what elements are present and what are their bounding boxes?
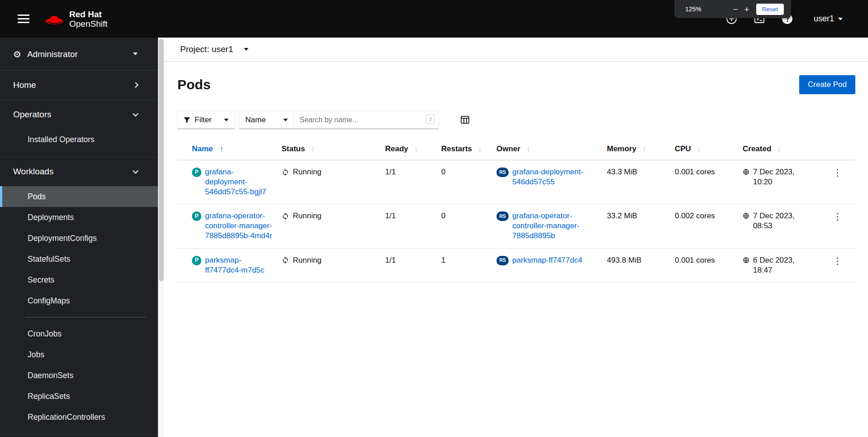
cpu-cell: 0.001 cores xyxy=(675,248,743,282)
column-header-cpu[interactable]: CPU ↕ xyxy=(675,138,743,160)
user-name: user1 xyxy=(814,14,834,24)
globe-icon xyxy=(743,168,749,175)
kebab-menu-icon[interactable]: ⋮ xyxy=(829,209,847,224)
nav-section-operators: Operators Installed Operators xyxy=(0,100,158,157)
cpu-cell: 0.002 cores xyxy=(675,204,743,248)
hamburger-menu-icon[interactable] xyxy=(15,12,32,26)
pod-link[interactable]: grafana-operator-controller-manager-7885… xyxy=(205,211,274,241)
chevron-down-icon xyxy=(838,18,843,20)
owner-link[interactable]: parksmap-ff7477dc4 xyxy=(512,255,600,265)
sidebar-item-daemonsets[interactable]: DaemonSets xyxy=(0,365,158,386)
memory-cell: 43.3 MiB xyxy=(607,160,675,204)
sidebar-item-deploymentconfigs[interactable]: DeploymentConfigs xyxy=(0,228,158,249)
column-header-ready[interactable]: Ready ↕ xyxy=(385,138,441,160)
ready-cell: 1/1 xyxy=(385,160,441,204)
nav-section-workloads: Workloads Pods Deployments DeploymentCon… xyxy=(0,157,158,435)
restarts-cell: 1 xyxy=(441,248,496,282)
status-text: Running xyxy=(293,211,321,221)
sidebar-item-jobs[interactable]: Jobs xyxy=(0,344,158,365)
sidebar-item-deployments[interactable]: Deployments xyxy=(0,207,158,228)
column-header-owner[interactable]: Owner ↕ xyxy=(496,138,607,160)
chevron-down-icon xyxy=(133,168,138,174)
replicaset-badge: RS xyxy=(496,168,509,177)
nav-divider xyxy=(25,317,146,317)
zoom-reset-button[interactable]: Reset xyxy=(756,4,784,15)
sidebar-item-statefulsets[interactable]: StatefulSets xyxy=(0,249,158,269)
sidebar-item-pods[interactable]: Pods xyxy=(0,186,158,207)
globe-icon xyxy=(743,212,749,219)
sidebar-scrollbar[interactable] xyxy=(158,38,164,437)
sidebar-item-operators[interactable]: Operators xyxy=(0,100,158,129)
sort-icon: ↕ xyxy=(415,145,418,153)
status-text: Running xyxy=(293,167,321,177)
chevron-down-icon xyxy=(133,111,138,117)
column-header-name[interactable]: Name ↑ xyxy=(177,138,281,160)
pod-link[interactable]: grafana-deployment-546dd57c55-bgjl7 xyxy=(205,167,274,197)
column-header-memory[interactable]: Memory ↕ xyxy=(607,138,675,160)
gear-icon: ⚙ xyxy=(13,49,21,60)
create-pod-button[interactable]: Create Pod xyxy=(799,75,855,94)
page-header: Pods Create Pod xyxy=(164,62,868,98)
pod-badge: P xyxy=(192,211,201,221)
sort-icon: ↕ xyxy=(311,145,315,153)
memory-cell: 493.8 MiB xyxy=(607,248,675,282)
pod-badge: P xyxy=(192,256,201,265)
cpu-cell: 0.001 cores xyxy=(675,160,743,204)
table-row: P grafana-deployment-546dd57c55-bgjl7 Ru… xyxy=(177,160,855,204)
sort-icon: ↕ xyxy=(527,145,530,153)
browser-zoom-popup: 125% − + Reset xyxy=(674,0,791,18)
perspective-switcher[interactable]: ⚙ Administrator xyxy=(0,38,158,71)
brand-line1: Red Hat xyxy=(69,10,108,19)
project-selector[interactable]: Project: user1 xyxy=(177,44,251,55)
table-row: P grafana-operator-controller-manager-78… xyxy=(177,204,855,248)
column-header-status[interactable]: Status ↕ xyxy=(281,138,385,160)
column-header-created[interactable]: Created ↕ xyxy=(743,138,820,160)
sidebar-item-installed-operators[interactable]: Installed Operators xyxy=(0,129,158,150)
kebab-menu-icon[interactable]: ⋮ xyxy=(829,165,847,180)
globe-icon xyxy=(743,257,749,264)
search-attribute-dropdown[interactable]: Name xyxy=(239,110,294,129)
sidebar-item-secrets[interactable]: Secrets xyxy=(0,269,158,290)
column-management-button[interactable] xyxy=(459,114,471,125)
ready-cell: 1/1 xyxy=(385,204,441,248)
list-toolbar: Filter Name / xyxy=(164,98,868,129)
caret-down-icon xyxy=(283,119,288,121)
sidebar-item-cronjobs[interactable]: CronJobs xyxy=(0,323,158,344)
kebab-menu-icon[interactable]: ⋮ xyxy=(829,253,847,269)
replicaset-badge: RS xyxy=(496,211,509,221)
pod-link[interactable]: parksmap-ff7477dc4-m7d5c xyxy=(205,255,274,275)
zoom-out-button[interactable]: − xyxy=(730,4,741,14)
running-sync-icon xyxy=(281,168,289,176)
user-menu[interactable]: user1 xyxy=(811,14,845,24)
restarts-cell: 0 xyxy=(441,204,496,248)
ready-cell: 1/1 xyxy=(385,248,441,282)
owner-link[interactable]: grafana-deployment-546dd57c55 xyxy=(512,167,600,187)
sidebar-item-configmaps[interactable]: ConfigMaps xyxy=(0,290,158,311)
search-input[interactable] xyxy=(294,110,439,129)
owner-link[interactable]: grafana-operator-controller-manager-7885… xyxy=(512,211,600,241)
status-text: Running xyxy=(293,255,321,265)
main-content: Project: user1 Pods Create Pod Filter Na… xyxy=(164,38,868,437)
sidebar-item-replicationcontrollers[interactable]: ReplicationControllers xyxy=(0,407,158,427)
filter-dropdown-label: Filter xyxy=(195,115,212,125)
zoom-level: 125% xyxy=(685,5,701,13)
sidebar-nav: ⚙ Administrator Home Operators Installed… xyxy=(0,38,158,437)
search-box: / xyxy=(294,110,439,129)
sidebar-item-replicasets[interactable]: ReplicaSets xyxy=(0,386,158,407)
pods-table: Name ↑ Status ↕ Ready ↕ Restarts ↕ Owner xyxy=(177,138,855,283)
scrollbar-thumb[interactable] xyxy=(159,39,164,281)
caret-down-icon xyxy=(244,48,248,51)
restarts-cell: 0 xyxy=(441,160,496,204)
caret-down-icon xyxy=(133,53,138,55)
sidebar-item-home[interactable]: Home xyxy=(0,71,158,100)
column-header-restarts[interactable]: Restarts ↕ xyxy=(441,138,496,160)
project-bar: Project: user1 xyxy=(164,38,868,62)
sidebar-item-workloads[interactable]: Workloads xyxy=(0,157,158,186)
filter-funnel-icon xyxy=(184,117,190,123)
filter-dropdown[interactable]: Filter xyxy=(177,110,235,129)
brand-line2: OpenShift xyxy=(69,19,108,29)
brand-logo: Red Hat OpenShift xyxy=(44,10,108,29)
zoom-in-button[interactable]: + xyxy=(741,4,753,14)
replicaset-badge: RS xyxy=(496,256,509,265)
project-selector-label: Project: user1 xyxy=(180,44,233,54)
